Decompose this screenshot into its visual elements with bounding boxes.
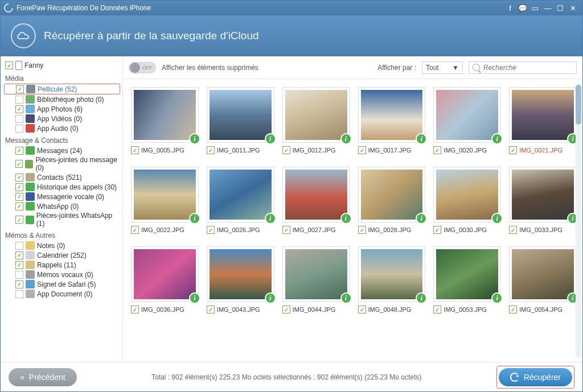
thumbnail[interactable]: i: [207, 246, 274, 302]
sidebar-item[interactable]: ✓Bibliothèque photo (0): [4, 94, 120, 104]
sidebar-item[interactable]: ✓Pièces-jointes WhatsApp (1): [4, 211, 120, 228]
checkbox[interactable]: ✓: [131, 146, 139, 154]
thumbnail[interactable]: i: [509, 87, 577, 143]
sidebar-item[interactable]: ✓Messages (24): [4, 146, 120, 155]
checkbox[interactable]: ✓: [15, 242, 23, 250]
checkbox[interactable]: ✓: [509, 226, 517, 234]
checkbox[interactable]: ✓: [509, 306, 517, 313]
thumbnail[interactable]: i: [509, 167, 577, 222]
checkbox[interactable]: ✓: [15, 147, 23, 155]
checkbox[interactable]: ✓: [433, 226, 441, 234]
thumbnail-tile[interactable]: i✓IMG_0053.JPG: [433, 246, 501, 313]
thumbnail[interactable]: i: [207, 167, 274, 222]
thumbnail-tile[interactable]: i✓IMG_0027.JPG: [282, 167, 350, 234]
info-badge-icon[interactable]: i: [265, 213, 276, 224]
sidebar-item[interactable]: ✓Historique des appels (30): [4, 182, 120, 192]
thumbnail-tile[interactable]: i✓IMG_0022.JPG: [131, 167, 199, 234]
thumbnail[interactable]: i: [131, 167, 199, 222]
display-by-select[interactable]: Tout ▼: [422, 61, 463, 74]
facebook-icon[interactable]: f: [504, 3, 516, 13]
thumbnail[interactable]: i: [433, 87, 501, 143]
thumbnail[interactable]: i: [282, 87, 350, 143]
info-badge-icon[interactable]: i: [265, 133, 276, 145]
thumbnail[interactable]: i: [433, 246, 501, 302]
thumbnail[interactable]: i: [358, 167, 426, 222]
thumbnail[interactable]: i: [282, 167, 350, 222]
checkbox[interactable]: ✓: [131, 226, 139, 234]
info-badge-icon[interactable]: i: [340, 292, 352, 304]
checkbox[interactable]: ✓: [15, 251, 23, 259]
thumbnail-tile[interactable]: i✓IMG_0030.JPG: [433, 167, 501, 234]
thumbnail[interactable]: i: [509, 246, 577, 302]
search-box[interactable]: [469, 61, 577, 74]
checkbox[interactable]: ✓: [15, 105, 23, 113]
checkbox[interactable]: ✓: [282, 306, 290, 313]
checkbox[interactable]: ✓: [282, 146, 290, 154]
vertical-scrollbar[interactable]: [576, 84, 581, 357]
recover-button[interactable]: Récupérer: [499, 368, 572, 386]
thumbnail[interactable]: i: [433, 167, 501, 222]
info-badge-icon[interactable]: i: [189, 133, 200, 145]
checkbox[interactable]: ✓: [15, 193, 23, 201]
checkbox[interactable]: ✓: [433, 306, 441, 313]
checkbox[interactable]: ✓: [15, 261, 23, 269]
sidebar-item[interactable]: ✓Calendrier (252): [4, 250, 120, 260]
thumbnail[interactable]: i: [207, 87, 274, 143]
thumbnail[interactable]: i: [282, 246, 350, 302]
info-badge-icon[interactable]: i: [340, 213, 352, 224]
chat-icon[interactable]: 💬: [516, 3, 529, 13]
checkbox[interactable]: ✓: [15, 290, 23, 298]
search-input[interactable]: [483, 64, 573, 72]
sidebar-item[interactable]: ✓Rappels (11): [4, 260, 120, 270]
close-button[interactable]: ✕: [566, 3, 579, 13]
thumbnail-tile[interactable]: i✓IMG_0036.JPG: [131, 246, 199, 313]
maximize-button[interactable]: ☐: [554, 3, 566, 13]
checkbox[interactable]: ✓: [207, 306, 215, 313]
info-badge-icon[interactable]: i: [189, 292, 200, 304]
previous-button[interactable]: « Précédent: [9, 368, 77, 386]
thumbnail-tile[interactable]: i✓IMG_0033.JPG: [509, 167, 577, 234]
info-badge-icon[interactable]: i: [189, 213, 200, 224]
checkbox[interactable]: ✓: [15, 96, 23, 104]
checkbox[interactable]: ✓: [358, 306, 366, 313]
thumbnail[interactable]: i: [131, 246, 199, 302]
sidebar-item[interactable]: ✓Contacts (521): [4, 172, 120, 182]
sidebar-item[interactable]: ✓Mémos vocaux (0): [4, 270, 120, 279]
device-root[interactable]: ✓ Fanny: [4, 60, 120, 71]
sidebar-item[interactable]: ✓App Document (0): [4, 289, 120, 299]
checkbox[interactable]: ✓: [358, 226, 366, 234]
checkbox[interactable]: ✓: [15, 174, 23, 181]
info-badge-icon[interactable]: i: [416, 133, 427, 145]
checkbox[interactable]: ✓: [15, 271, 23, 279]
info-badge-icon[interactable]: i: [340, 133, 352, 145]
checkbox[interactable]: ✓: [358, 146, 366, 154]
info-badge-icon[interactable]: i: [265, 292, 276, 304]
checkbox[interactable]: ✓: [16, 85, 24, 93]
thumbnail-tile[interactable]: i✓IMG_0011.JPG: [207, 87, 274, 154]
thumbnail-tile[interactable]: i✓IMG_0021.JPG: [509, 87, 577, 154]
sidebar-item[interactable]: ✓Messagerie vocale (0): [4, 192, 120, 201]
sidebar-item[interactable]: ✓App Vidéos (0): [4, 114, 120, 123]
thumbnail-tile[interactable]: i✓IMG_0054.JPG: [509, 246, 577, 313]
sidebar-item[interactable]: ✓WhatsApp (0): [4, 201, 120, 211]
checkbox[interactable]: ✓: [15, 115, 23, 123]
info-badge-icon[interactable]: i: [491, 292, 503, 304]
checkbox[interactable]: ✓: [15, 125, 23, 133]
feedback-icon[interactable]: ▭: [529, 3, 541, 13]
thumbnail-tile[interactable]: i✓IMG_0012.JPG: [282, 87, 350, 154]
checkbox[interactable]: ✓: [282, 226, 290, 234]
sidebar-item[interactable]: ✓Signet de Safari (5): [4, 279, 120, 289]
thumbnail[interactable]: i: [131, 87, 199, 143]
deleted-toggle[interactable]: OFF: [129, 62, 156, 73]
checkbox[interactable]: ✓: [15, 160, 23, 168]
sidebar-item[interactable]: ✓Pièces-jointes du message (0): [4, 155, 120, 172]
checkbox[interactable]: ✓: [131, 306, 139, 313]
thumbnail-tile[interactable]: i✓IMG_0043.JPG: [207, 246, 274, 313]
info-badge-icon[interactable]: i: [416, 292, 427, 304]
thumbnail-tile[interactable]: i✓IMG_0026.JPG: [207, 167, 274, 234]
sidebar-item[interactable]: ✓App Audio (0): [4, 123, 120, 133]
thumbnail-tile[interactable]: i✓IMG_0028.JPG: [358, 167, 426, 234]
checkbox[interactable]: ✓: [5, 61, 13, 69]
thumbnail-tile[interactable]: i✓IMG_0020.JPG: [433, 87, 501, 154]
thumbnail[interactable]: i: [358, 87, 426, 143]
